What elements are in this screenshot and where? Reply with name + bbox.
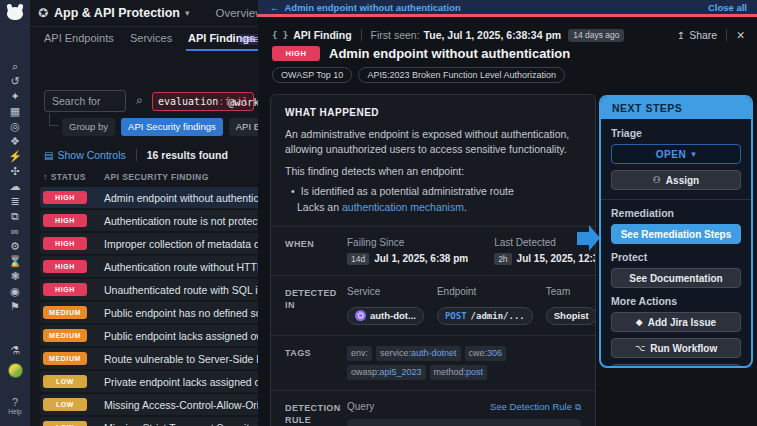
search-magnifier-icon: ⌕ <box>136 93 143 107</box>
groupby-option-api-endpoints[interactable]: API Endpoints <box>229 118 258 136</box>
rum-icon[interactable]: ⧉ <box>7 210 23 222</box>
app-header: ✪ App & API Protection ▾ Overview <box>30 0 258 26</box>
list-controls-row: ▤ Show Controls 16 results found <box>44 149 228 161</box>
table-row[interactable]: MEDIUMPublic endpoint has no defined sch… <box>40 302 258 323</box>
bits-ai-bee-icon[interactable] <box>8 363 23 378</box>
monitors-icon[interactable]: ◉ <box>7 285 23 297</box>
last-detected-age-badge: 2h <box>494 253 511 265</box>
when-section: WHEN Failing Since 14dJul 1, 2025, 6:38 … <box>285 237 581 265</box>
what-happened-heading: WHAT HAPPENED <box>285 107 581 118</box>
add-jira-issue-button[interactable]: ◆Add Jira Issue <box>611 312 741 332</box>
results-count: 16 results found <box>147 149 228 161</box>
rail-bottom-icons: ⚗ <box>0 344 30 378</box>
dashboards-icon[interactable]: ▦ <box>7 105 23 117</box>
finding-title: Admin endpoint without authentication <box>104 192 258 204</box>
search-for-label: Search for <box>52 95 100 107</box>
finding-title: Public endpoint lacks assigned owner <box>104 330 258 342</box>
tag-pill[interactable]: service:auth-dotnet <box>376 346 461 361</box>
help-button[interactable]: ? Help <box>0 396 30 416</box>
tag-pill[interactable]: owasp:api5_2023 <box>347 365 426 380</box>
column-status[interactable]: ↑ STATUS <box>43 172 86 182</box>
left-nav-rail: ⌕ ↺ ✦ ▦ ◎ ❖ ⚡ ✣ ☁ ≣ ⧉ ∞ ⚙ ⌛ ❃ ◉ ⚑ ⚗ ? He… <box>0 0 30 426</box>
overview-tab[interactable]: Overview <box>216 7 258 19</box>
table-row[interactable]: LOWPrivate endpoint lacks assigned owner <box>40 371 258 392</box>
table-row[interactable]: MEDIUMRoute vulnerable to Server-Side Re… <box>40 348 258 369</box>
next-steps-panel: NEXT STEPS Triage OPEN▾ ⚇Assign Remediat… <box>599 95 753 368</box>
run-workflow-button[interactable]: ⌥Run Workflow <box>611 338 741 358</box>
bits-ai-icon[interactable]: ✦ <box>7 90 23 102</box>
table-row[interactable]: HIGHUnauthenticated route with SQL injec… <box>40 279 258 300</box>
severity-accent-line <box>258 14 757 17</box>
column-finding[interactable]: API SECURITY FINDING <box>104 172 209 182</box>
breadcrumb[interactable]: ←Admin endpoint without authentication <box>270 2 461 13</box>
external-link-icon: ⧉ <box>575 402 581 412</box>
failing-since-field: Failing Since 14dJul 1, 2025, 6:38 pm <box>347 237 468 265</box>
show-controls-link[interactable]: Show Controls <box>57 149 125 161</box>
query-code-box: -credentials:* path:*/admin/* ⧉ <box>347 419 581 426</box>
search-icon[interactable]: ⌕ <box>7 60 23 72</box>
labs-flask-icon[interactable]: ⚗ <box>7 344 23 356</box>
triage-status-dropdown[interactable]: OPEN▾ <box>611 144 741 164</box>
watchdog-icon[interactable]: ↺ <box>7 75 23 87</box>
cloud-security-icon[interactable]: ☁ <box>7 180 23 192</box>
metrics-icon[interactable]: ≣ <box>7 195 23 207</box>
table-row[interactable]: HIGHAuthentication route without HTTPS <box>40 256 258 277</box>
chevron-down-icon[interactable]: ▾ <box>185 8 190 18</box>
siem-icon[interactable]: ⌛ <box>7 255 23 267</box>
actions-icon[interactable]: ⚡ <box>7 150 23 162</box>
ci-cd-icon[interactable]: ∞ <box>7 225 23 237</box>
bullet-icon: • <box>291 184 295 200</box>
endpoint-pill[interactable]: POST/admin/... <box>437 307 533 325</box>
finding-type-label: API Finding <box>293 29 351 41</box>
close-all-button[interactable]: Close all <box>708 2 747 13</box>
tab-services[interactable]: Services <box>130 32 172 44</box>
authentication-mechanism-link[interactable]: authentication mechanism <box>342 201 464 213</box>
datadog-logo-icon[interactable] <box>7 7 23 20</box>
close-panel-icon[interactable]: ✕ <box>736 29 745 41</box>
table-row[interactable]: HIGHAdmin endpoint without authenticatio… <box>40 187 258 208</box>
tag-pill[interactable]: method:post <box>430 365 488 380</box>
groupby-option-api-security-findings[interactable]: API Security findings <box>121 118 223 136</box>
api5-pill[interactable]: API5:2023 Broken Function Level Authoriz… <box>358 67 565 83</box>
table-row[interactable]: HIGHAuthentication route is not protecte… <box>40 210 258 231</box>
comments-button[interactable]: ❏0 Comments <box>611 364 741 368</box>
tag-pill[interactable]: env: <box>347 346 372 361</box>
search-query-extra[interactable]: @workflow.t <box>228 96 258 108</box>
app-api-protection-icon[interactable]: ❃ <box>7 270 23 282</box>
incidents-icon[interactable]: ⚑ <box>7 300 23 312</box>
share-button[interactable]: Share <box>689 29 717 41</box>
severity-badge: LOW <box>43 375 87 388</box>
apm-icon[interactable]: ◎ <box>7 120 23 132</box>
severity-badge: HIGH <box>43 237 87 250</box>
integrations-icon[interactable]: ❖ <box>7 135 23 147</box>
see-remediation-steps-button[interactable]: See Remediation Steps <box>611 224 741 244</box>
see-documentation-button[interactable]: See Documentation <box>611 268 741 288</box>
table-row[interactable]: MEDIUMPublic endpoint lacks assigned own… <box>40 325 258 346</box>
service-pill[interactable]: ⎔auth-dot... <box>347 307 424 325</box>
see-detection-rule-link[interactable]: See Detection Rule⧉ <box>490 401 581 413</box>
section-divider <box>271 335 595 336</box>
api-finding-braces-icon: { } <box>272 30 288 40</box>
table-row[interactable]: LOWMissing Access-Control-Allow-Origin H… <box>40 394 258 415</box>
endpoint-field: Endpoint POST/admin/... <box>437 286 533 325</box>
remediation-label: Remediation <box>611 207 741 219</box>
severity-badge: HIGH <box>43 214 87 227</box>
owasp-pill[interactable]: OWASP Top 10 <box>272 67 352 83</box>
code-security-icon[interactable]: ⚙ <box>7 240 23 252</box>
assign-button[interactable]: ⚇Assign <box>611 170 741 190</box>
http-method: POST <box>445 311 467 321</box>
page-title[interactable]: App & API Protection <box>54 6 180 20</box>
first-seen-label: First seen: <box>371 29 420 41</box>
team-pill[interactable]: Shopist <box>546 307 596 325</box>
table-row[interactable]: LOWMissing Strict Transport Security HTT… <box>40 417 258 426</box>
severity-badge: HIGH <box>43 191 87 204</box>
tags-heading: TAGS <box>285 346 347 380</box>
search-for-box[interactable]: Search for <box>44 90 126 112</box>
show-controls-icon: ▤ <box>44 150 53 161</box>
tab-api-endpoints[interactable]: API Endpoints <box>44 32 114 44</box>
service-map-icon[interactable]: ✣ <box>7 165 23 177</box>
tag-pill[interactable]: cwe:306 <box>465 346 507 361</box>
classification-pills: OWASP Top 10 API5:2023 Broken Function L… <box>272 67 565 83</box>
remediation-pointer-arrow-icon <box>577 232 589 245</box>
table-row[interactable]: HIGHImproper collection of metadata on l… <box>40 233 258 254</box>
